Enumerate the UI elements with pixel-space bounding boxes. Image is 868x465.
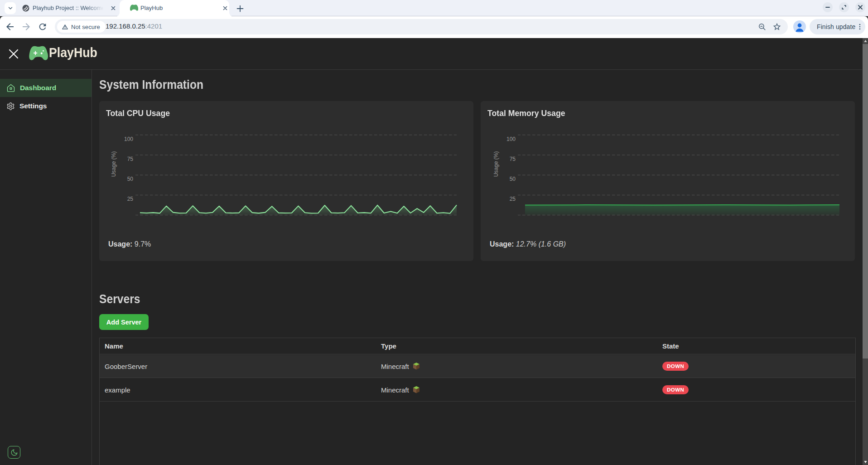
svg-text:Usage (%): Usage (%) (493, 151, 499, 177)
svg-text:50: 50 (127, 176, 134, 182)
svg-text:75: 75 (510, 156, 516, 162)
svg-text:100: 100 (124, 136, 133, 142)
svg-text:75: 75 (127, 156, 134, 162)
svg-text:25: 25 (127, 196, 134, 202)
svg-text:25: 25 (510, 196, 516, 202)
svg-text:100: 100 (506, 136, 516, 142)
svg-text:Usage (%): Usage (%) (111, 151, 117, 177)
svg-text:50: 50 (510, 176, 516, 182)
